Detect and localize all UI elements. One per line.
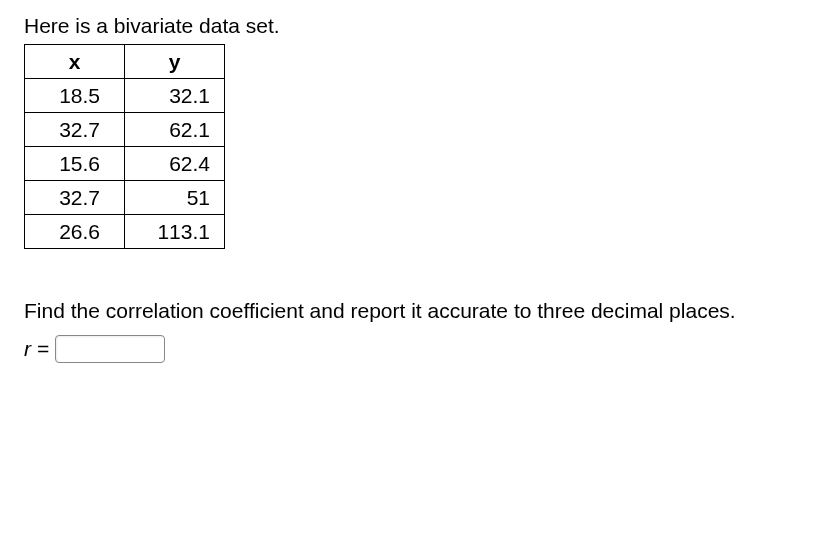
answer-label: r = [24,337,49,361]
cell-x: 26.6 [25,215,125,249]
cell-x: 18.5 [25,79,125,113]
col-header-x: x [25,45,125,79]
table-row: 15.6 62.4 [25,147,225,181]
cell-y: 62.1 [125,113,225,147]
cell-y: 62.4 [125,147,225,181]
cell-x: 15.6 [25,147,125,181]
answer-input[interactable] [55,335,165,363]
table-header-row: x y [25,45,225,79]
data-table: x y 18.5 32.1 32.7 62.1 15.6 62.4 32.7 5… [24,44,225,249]
cell-x: 32.7 [25,113,125,147]
cell-y: 113.1 [125,215,225,249]
cell-x: 32.7 [25,181,125,215]
cell-y: 51 [125,181,225,215]
col-header-y: y [125,45,225,79]
table-row: 32.7 62.1 [25,113,225,147]
table-row: 26.6 113.1 [25,215,225,249]
intro-text: Here is a bivariate data set. [24,14,804,38]
question-prompt: Find the correlation coefficient and rep… [24,297,804,325]
table-row: 18.5 32.1 [25,79,225,113]
cell-y: 32.1 [125,79,225,113]
answer-row: r = [24,335,804,363]
table-row: 32.7 51 [25,181,225,215]
